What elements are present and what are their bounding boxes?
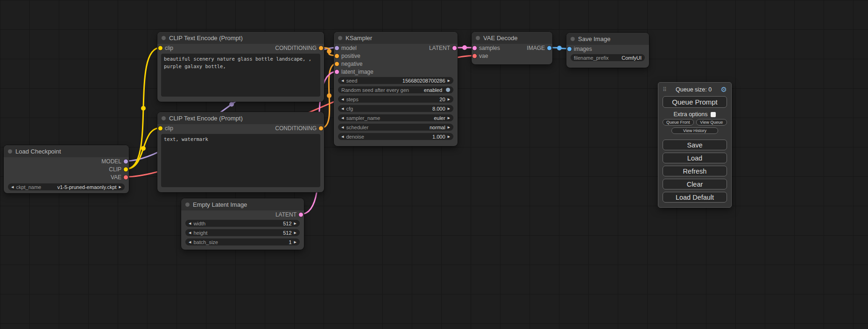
node-clip-text-encode-negative[interactable]: CLIP Text Encode (Prompt) clip CONDITION…	[157, 112, 324, 192]
input-slot-latent-image[interactable]	[335, 70, 339, 74]
node-title-bar[interactable]: Save Image	[566, 33, 649, 45]
stepper-right-arrow-icon[interactable]	[294, 220, 296, 227]
stepper-left-arrow-icon[interactable]	[341, 114, 344, 121]
output-slot-latent[interactable]	[299, 212, 303, 217]
collapse-dot-icon[interactable]	[162, 116, 166, 120]
slot-row: positive	[334, 52, 458, 60]
input-slot-positive[interactable]	[335, 54, 339, 58]
slot-row: latent_image	[334, 68, 458, 76]
refresh-button[interactable]: Refresh	[663, 166, 727, 176]
height-stepper-widget[interactable]: height 512	[185, 229, 300, 236]
node-ksampler[interactable]: KSampler model LATENT positive negative …	[334, 32, 458, 146]
widget-label: denoise	[346, 134, 364, 140]
node-clip-text-encode-positive[interactable]: CLIP Text Encode (Prompt) clip CONDITION…	[157, 32, 324, 102]
view-queue-button[interactable]: View Queue	[696, 119, 727, 126]
save-button[interactable]: Save	[663, 140, 727, 150]
positive-prompt-textarea[interactable]: beautiful scenery nature glass bottle la…	[161, 54, 320, 97]
filename-prefix-text-widget[interactable]: filename_prefix ComfyUI	[571, 54, 645, 61]
seed-stepper-widget[interactable]: seed 156680208700286	[338, 77, 453, 84]
stepper-left-arrow-icon[interactable]	[189, 220, 191, 227]
input-slot-model[interactable]	[335, 46, 339, 50]
widget-label: filename_prefix	[574, 55, 609, 61]
queue-prompt-button[interactable]: Queue Prompt	[663, 96, 727, 108]
steps-stepper-widget[interactable]: steps 20	[338, 96, 453, 103]
node-graph-canvas[interactable]: Load Checkpoint MODEL CLIP VAE ckpt_name…	[0, 0, 868, 329]
node-title-bar[interactable]: KSampler	[334, 32, 458, 44]
denoise-stepper-widget[interactable]: denoise 1.000	[338, 133, 453, 140]
output-slot-model[interactable]	[124, 159, 128, 163]
stepper-right-arrow-icon[interactable]	[294, 229, 296, 236]
load-button[interactable]: Load	[663, 153, 727, 163]
stepper-right-arrow-icon[interactable]	[294, 238, 296, 245]
input-slot-clip[interactable]	[158, 126, 162, 130]
input-slot-vae[interactable]	[473, 54, 477, 58]
node-title-bar[interactable]: VAE Decode	[472, 32, 552, 44]
stepper-right-arrow-icon[interactable]	[448, 96, 450, 103]
view-history-button[interactable]: View History	[671, 127, 718, 134]
node-save-image[interactable]: Save Image images filename_prefix ComfyU…	[566, 33, 649, 68]
slot-row: vae	[472, 52, 552, 60]
collapse-dot-icon[interactable]	[571, 37, 575, 41]
node-title-bar[interactable]: Empty Latent Image	[181, 198, 304, 210]
cfg-stepper-widget[interactable]: cfg 8.000	[338, 105, 453, 112]
collapse-dot-icon[interactable]	[476, 36, 480, 40]
output-slot-clip[interactable]	[124, 167, 128, 171]
stepper-right-arrow-icon[interactable]	[448, 77, 450, 84]
input-slot-samples[interactable]	[473, 46, 477, 50]
stepper-left-arrow-icon[interactable]	[341, 124, 344, 131]
collapse-dot-icon[interactable]	[8, 149, 12, 154]
stepper-right-arrow-icon[interactable]	[448, 114, 450, 121]
link-midpoint-dot	[557, 46, 562, 50]
output-slot-latent[interactable]	[452, 46, 457, 50]
node-title: VAE Decode	[483, 35, 517, 42]
ckpt-name-combo-widget[interactable]: ckpt_name v1-5-pruned-emaonly.ckpt	[8, 183, 125, 190]
input-slot-clip[interactable]	[158, 46, 162, 50]
collapse-dot-icon[interactable]	[162, 36, 166, 40]
output-slot-image[interactable]	[547, 46, 551, 50]
widget-label: sampler_name	[346, 115, 380, 121]
stepper-left-arrow-icon[interactable]	[341, 77, 344, 84]
stepper-left-arrow-icon[interactable]	[11, 183, 14, 190]
node-vae-decode[interactable]: VAE Decode samples IMAGE vae	[472, 32, 552, 64]
stepper-right-arrow-icon[interactable]	[119, 183, 121, 190]
node-title-bar[interactable]: Load Checkpoint	[4, 145, 129, 157]
output-slot-conditioning[interactable]	[319, 46, 323, 50]
widget-label: height	[193, 230, 207, 236]
stepper-left-arrow-icon[interactable]	[341, 105, 344, 112]
negative-prompt-textarea[interactable]: text, watermark	[161, 134, 320, 187]
node-empty-latent-image[interactable]: Empty Latent Image LATENT width 512 heig…	[181, 198, 304, 250]
toggle-indicator-icon[interactable]	[446, 88, 450, 92]
collapse-dot-icon[interactable]	[185, 203, 190, 207]
output-row-clip: CLIP	[4, 165, 129, 173]
stepper-right-arrow-icon[interactable]	[448, 105, 450, 112]
sampler-name-combo-widget[interactable]: sampler_name euler	[338, 114, 453, 121]
link-midpoint-dot	[141, 106, 146, 111]
batch-size-stepper-widget[interactable]: batch_size 1	[185, 238, 300, 245]
node-title-bar[interactable]: CLIP Text Encode (Prompt)	[157, 112, 324, 124]
extra-options-checkbox[interactable]	[711, 112, 716, 117]
queue-front-button[interactable]: Queue Front	[663, 119, 694, 126]
stepper-right-arrow-icon[interactable]	[448, 124, 450, 131]
widget-value: v1-5-pruned-emaonly.ckpt	[57, 184, 117, 190]
clear-button[interactable]: Clear	[663, 179, 727, 189]
output-slot-conditioning[interactable]	[319, 126, 323, 130]
stepper-left-arrow-icon[interactable]	[189, 238, 191, 245]
panel-header: Queue size: 0	[663, 85, 727, 94]
stepper-left-arrow-icon[interactable]	[189, 229, 191, 236]
scheduler-combo-widget[interactable]: scheduler normal	[338, 124, 453, 131]
link-midpoint-dot	[141, 146, 146, 151]
width-stepper-widget[interactable]: width 512	[185, 220, 300, 227]
node-load-checkpoint[interactable]: Load Checkpoint MODEL CLIP VAE ckpt_name…	[4, 145, 129, 193]
output-slot-vae[interactable]	[124, 175, 128, 179]
load-default-button[interactable]: Load Default	[663, 192, 727, 203]
input-slot-images[interactable]	[567, 47, 572, 51]
collapse-dot-icon[interactable]	[338, 36, 342, 40]
input-slot-negative[interactable]	[335, 62, 339, 66]
stepper-left-arrow-icon[interactable]	[341, 96, 344, 103]
stepper-left-arrow-icon[interactable]	[341, 133, 344, 140]
node-title-bar[interactable]: CLIP Text Encode (Prompt)	[157, 32, 324, 44]
settings-gear-icon[interactable]	[721, 85, 727, 94]
stepper-right-arrow-icon[interactable]	[448, 133, 450, 140]
drag-handle-icon[interactable]	[663, 86, 667, 93]
random-seed-toggle-widget[interactable]: Random seed after every gen enabled	[338, 86, 453, 93]
